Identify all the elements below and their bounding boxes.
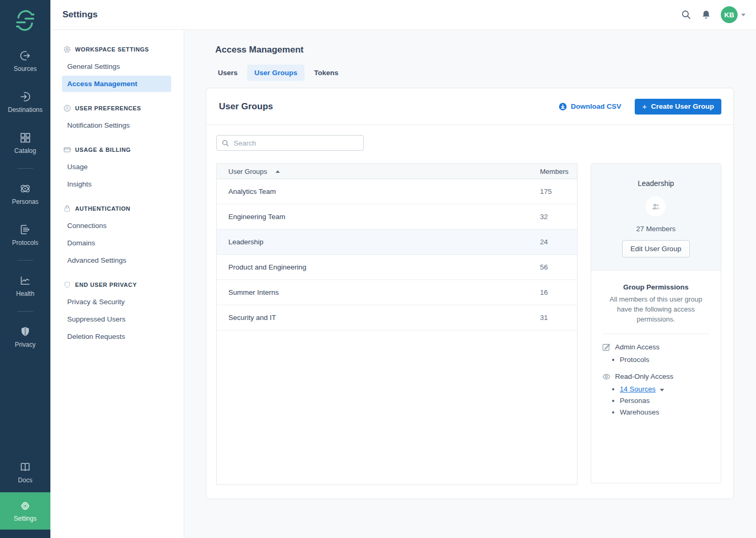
table-header: User Groups Members [217,164,577,179]
sidebar-item-access-management[interactable]: Access Management [62,76,171,92]
panel-title: User Groups [219,101,273,112]
sidebar-item-settings-active[interactable]: Settings [0,492,50,530]
health-icon [19,274,32,287]
members-count: 24 [540,238,577,246]
sidebar-item-privacy[interactable]: Privacy [0,325,50,348]
search-button[interactable] [681,9,691,20]
rail-divider [17,311,33,312]
sidebar-item-label: Protocols [12,239,38,246]
section-workspace-settings: WORKSPACE SETTINGS [62,46,171,53]
sidebar-item-general-settings[interactable]: General Settings [62,58,171,75]
group-name: Summer Interns [217,288,540,296]
sidebar-item-label: Privacy [15,341,35,348]
sources-count-link[interactable]: 14 Sources [620,385,656,393]
sidebar-item-health[interactable]: Health [0,274,50,297]
section-user-preferences: USER PREFERENCES [62,105,171,112]
admin-access-list: Protocols [602,356,710,364]
members-count: 175 [540,188,577,195]
group-avatar [646,196,666,216]
members-count-label: 27 Members [600,225,712,233]
table-row[interactable]: Engineering Team 32 [217,204,577,230]
group-name: Product and Engineering [217,263,540,271]
sidebar-item-protocols[interactable]: Protocols [0,223,50,246]
sidebar-item-deletion-requests[interactable]: Deletion Requests [62,328,171,345]
settings-sidebar: WORKSPACE SETTINGS General Settings Acce… [50,30,184,538]
list-item: 14 Sources [620,385,710,393]
sidebar-item-label: Settings [14,515,36,522]
person-icon [64,105,71,112]
create-user-group-button[interactable]: + Create User Group [635,99,721,115]
sort-ascending-icon [276,170,280,173]
personas-icon [19,182,32,195]
table-row-selected[interactable]: Leadership 24 [217,230,577,255]
read-only-access-list: 14 Sources Personas Warehouses [602,385,710,416]
segment-logo[interactable] [14,9,37,32]
tab-bar: Users User Groups Tokens [211,65,734,81]
user-groups-panel: User Groups Download CSV + Create User G… [206,88,734,499]
read-only-access-header: Read-Only Access [602,373,710,381]
download-csv-button[interactable]: Download CSV [559,102,621,111]
bell-icon [701,9,711,20]
sidebar-item-usage[interactable]: Usage [62,159,171,175]
page-title: Access Management [215,45,734,55]
plus-icon: + [642,102,647,110]
tab-user-groups[interactable]: User Groups [247,65,305,81]
sidebar-item-suppressed-users[interactable]: Suppressed Users [62,311,171,327]
sidebar-item-connections[interactable]: Connections [62,218,171,234]
admin-access-header: Admin Access [602,343,710,351]
list-item: Protocols [620,356,710,364]
sidebar-item-sources[interactable]: Sources [0,49,50,73]
sidebar-item-docs[interactable]: Docs [0,461,50,484]
table-row[interactable]: Security and IT 31 [217,305,577,330]
sidebar-item-notification-settings[interactable]: Notification Settings [62,117,171,133]
edit-user-group-button[interactable]: Edit User Group [622,240,690,257]
group-name: Security and IT [217,314,540,322]
sidebar-item-label: Docs [18,477,32,484]
sidebar-item-privacy-security[interactable]: Privacy & Security [62,294,171,310]
list-item: Warehouses [620,408,710,416]
section-usage-billing: USAGE & BILLING [62,146,171,153]
table-row[interactable]: Product and Engineering 56 [217,255,577,280]
table-row[interactable]: Summer Interns 16 [217,280,577,305]
group-people-icon [650,201,661,212]
shield-check-icon [64,281,71,288]
group-name: Analytics Team [217,188,540,195]
credit-card-icon [64,146,71,153]
rail-divider [17,168,33,169]
sidebar-item-label: Catalog [14,147,36,154]
gear-icon [64,46,71,53]
group-name: Leadership [217,238,540,246]
group-permissions-title: Group Permissions [602,283,710,291]
sidebar-item-insights[interactable]: Insights [62,176,171,192]
notifications-button[interactable] [701,9,711,20]
sidebar-item-label: Sources [14,65,37,73]
column-members: Members [540,168,577,175]
sidebar-item-label: Health [16,290,35,297]
page-header-title: Settings [62,9,98,20]
avatar: KB [721,6,738,23]
members-count: 56 [540,263,577,271]
section-authentication: AUTHENTICATION [62,205,171,212]
sidebar-item-domains[interactable]: Domains [62,235,171,251]
sidebar-item-personas[interactable]: Personas [0,182,50,205]
user-menu[interactable]: KB [721,6,746,23]
settings-gear-icon [19,500,31,512]
tab-tokens[interactable]: Tokens [307,65,345,81]
group-name: Engineering Team [217,213,540,221]
search-input[interactable] [234,139,359,147]
search-box [216,135,364,151]
topbar: Settings KB [50,0,756,30]
privacy-shield-icon [19,325,32,338]
chevron-down-icon[interactable] [660,389,664,391]
tab-users[interactable]: Users [211,65,245,81]
table-row[interactable]: Analytics Team 175 [217,179,577,204]
chevron-down-icon [741,14,746,16]
edit-icon [602,343,611,351]
download-icon [559,102,567,111]
sidebar-item-catalog[interactable]: Catalog [0,131,50,154]
app-rail: Sources Destinations Catalog [0,0,50,538]
column-user-groups[interactable]: User Groups [217,168,540,175]
sidebar-item-advanced-settings[interactable]: Advanced Settings [62,252,171,268]
user-groups-table: User Groups Members Analytics Team 175 [216,163,578,485]
sidebar-item-destinations[interactable]: Destinations [0,90,50,113]
